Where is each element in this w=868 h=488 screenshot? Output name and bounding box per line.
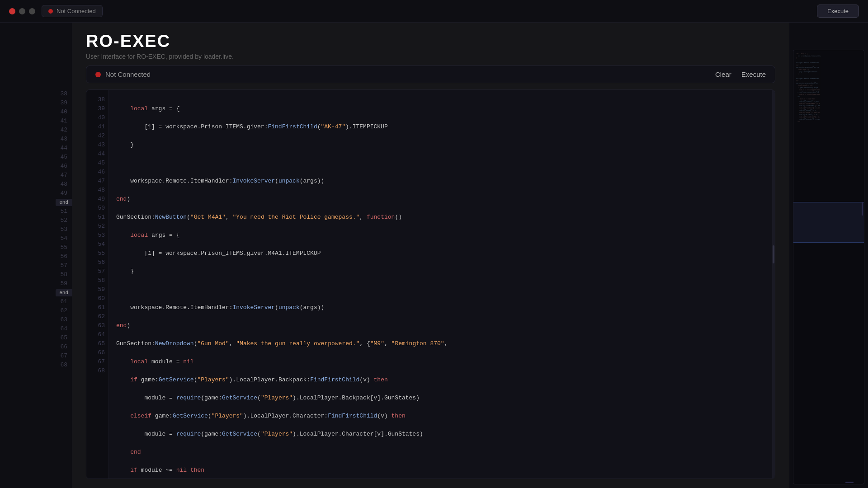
minimize-button[interactable] xyxy=(19,8,25,14)
minimap-scrollbar[interactable] xyxy=(862,202,863,216)
right-panel: local args = { [1] = workspace.Prison_IT… xyxy=(789,23,868,488)
title-bar: Not Connected Execute xyxy=(0,0,868,23)
vertical-scrollbar[interactable] xyxy=(772,90,775,479)
sidebar-line-numbers: 3839404142 4344454647 4849505152 5354555… xyxy=(60,23,72,370)
close-button[interactable] xyxy=(9,8,15,14)
minimap-highlight xyxy=(793,202,864,243)
app-title: RO-EXEC xyxy=(86,32,775,51)
status-bar-left: Not Connected xyxy=(95,70,151,78)
thumbnail-preview: local args = { [1] = workspace.Prison_IT… xyxy=(793,50,864,484)
maximize-button[interactable] xyxy=(29,8,35,14)
end-badge-2: end xyxy=(56,289,72,296)
window-controls xyxy=(9,8,35,14)
end-badge-1: end xyxy=(56,199,72,206)
code-content[interactable]: local args = { [1] = workspace.Prison_IT… xyxy=(109,90,772,479)
status-bar-label: Not Connected xyxy=(105,70,151,78)
status-dot xyxy=(48,9,53,14)
execute-top-button[interactable]: Execute xyxy=(817,5,859,18)
status-indicator-dot xyxy=(95,72,101,77)
clear-button[interactable]: Clear xyxy=(715,70,731,78)
status-bar: Not Connected Clear Execute xyxy=(86,66,775,83)
code-line-numbers: 3839404142 4344454647 4849505152 5354555… xyxy=(86,90,109,479)
connection-status-badge: Not Connected xyxy=(42,5,103,17)
main-content: RO-EXEC User Interface for RO-EXEC, prov… xyxy=(72,23,789,488)
status-actions: Clear Execute xyxy=(715,70,766,78)
minimap-content: local args = { [1] = workspace.Prison_IT… xyxy=(793,50,864,126)
status-label: Not Connected xyxy=(57,8,96,14)
header: RO-EXEC User Interface for RO-EXEC, prov… xyxy=(72,23,789,66)
execute-button[interactable]: Execute xyxy=(741,70,766,78)
minimap-h-scrollbar[interactable] xyxy=(845,482,854,483)
scrollbar-thumb[interactable] xyxy=(773,245,774,263)
left-sidebar: 3839404142 4344454647 4849505152 5354555… xyxy=(0,23,72,488)
app-subtitle: User Interface for RO-EXEC, provided by … xyxy=(86,53,775,60)
code-editor[interactable]: 3839404142 4344454647 4849505152 5354555… xyxy=(86,89,775,479)
